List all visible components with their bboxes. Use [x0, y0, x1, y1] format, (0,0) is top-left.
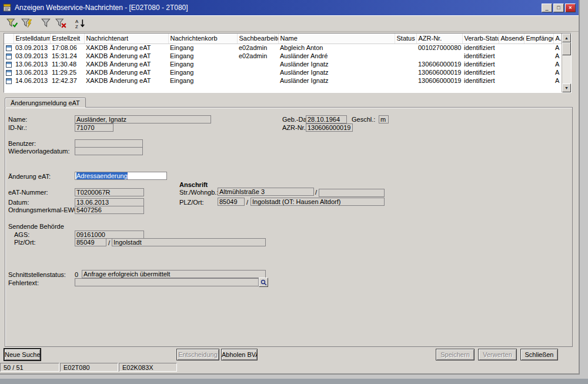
maximize-button[interactable]: □ — [553, 4, 564, 12]
scroll-down-icon[interactable]: ▼ — [562, 84, 571, 92]
table-cell — [395, 76, 416, 85]
beh-plz-field[interactable]: 85049 — [75, 238, 106, 246]
table-cell: A — [553, 44, 562, 52]
table-cell — [395, 68, 416, 76]
filter-check-icon[interactable] — [5, 17, 19, 30]
message-icon — [4, 60, 14, 68]
aenderung-eat-field[interactable]: Adressaenderung — [75, 172, 167, 180]
table-row[interactable]: 14.06.201312:42.37XAKDB Änderung eATEing… — [4, 76, 562, 85]
table-row[interactable]: 03.09.201317:08.06XAKDB Änderung eATEing… — [4, 44, 562, 52]
table-cell: identifiziert — [462, 44, 499, 52]
table-cell: 11:29.25 — [50, 68, 84, 76]
geschl-label: Geschl.: — [352, 116, 375, 123]
datum-field[interactable]: 13.06.2013 — [75, 198, 144, 206]
eat-nummer-label: eAT-Nummer: — [8, 189, 48, 196]
scroll-up-icon[interactable]: ▲ — [562, 34, 571, 42]
sort-az-icon[interactable]: A Z — [73, 17, 88, 30]
tab-aenderungsmeldung-eat[interactable]: Änderungsmeldung eAT — [5, 98, 86, 108]
table-cell — [499, 60, 524, 68]
statusbar-code2: E02K083X — [119, 363, 177, 372]
column-empfaenger[interactable]: Empfänger — [524, 34, 553, 44]
geb-dat-field[interactable]: 28.10.1964 — [306, 115, 347, 123]
strasse-zusatz-field[interactable] — [319, 189, 385, 197]
minimize-button[interactable]: _ — [542, 4, 552, 12]
table-cell: 130606000019 — [416, 76, 462, 85]
anschrift-label: Anschrift — [179, 181, 208, 188]
benutzer-field[interactable] — [75, 139, 143, 148]
table-cell — [395, 60, 416, 68]
table-header-row: Erstelldatum Erstellzeit Nachrichtenart … — [4, 34, 562, 44]
close-button[interactable]: × — [565, 4, 576, 12]
filter-icon[interactable] — [39, 17, 54, 30]
table-row[interactable]: 03.09.201315:31.24XAKDB Änderung eATEing… — [4, 52, 562, 60]
column-a[interactable]: A... — [553, 34, 562, 44]
column-absender[interactable]: Absender — [499, 34, 524, 44]
fehlertext-lookup-button[interactable] — [259, 278, 268, 287]
ags-label: AGS: — [14, 231, 29, 238]
table-cell — [237, 68, 278, 76]
beh-ort-field[interactable]: Ingolstadt — [112, 238, 266, 246]
table-cell: identifiziert — [462, 60, 499, 68]
table-cell: 14.06.2013 — [14, 76, 50, 85]
slash-separator: / — [315, 189, 317, 196]
fehlertext-field[interactable] — [75, 278, 259, 286]
table-cell: A — [553, 52, 562, 60]
column-erstelldatum[interactable]: Erstelldatum — [14, 34, 50, 44]
messages-table: Erstelldatum Erstellzeit Nachrichtenart … — [4, 34, 562, 85]
eat-nummer-field[interactable]: T0200067R — [75, 188, 144, 196]
table-cell: 03.09.2013 — [14, 52, 50, 60]
table-cell — [524, 68, 553, 76]
table-cell: Abgleich Anton — [278, 44, 395, 52]
column-azr-nr[interactable]: AZR-Nr. — [416, 34, 462, 44]
messages-grid: Erstelldatum Erstellzeit Nachrichtenart … — [4, 33, 572, 93]
schnittstellenstatus-label: Schnittstellenstatus: — [8, 271, 66, 278]
plz-field[interactable]: 85049 — [218, 198, 245, 206]
schliessen-button[interactable]: Schließen — [520, 349, 558, 360]
filter-remove-icon[interactable] — [54, 17, 68, 30]
aenderung-eat-label: Änderung eAT: — [8, 173, 51, 180]
table-cell: Ausländer André — [278, 52, 395, 60]
abholen-bva-button[interactable]: Abholen BVA — [221, 349, 258, 360]
slash-separator: / — [108, 239, 110, 246]
schnittstellenstatus-field[interactable]: Anfrage erfolgreich übermittelt — [82, 270, 266, 278]
column-nachrichtenkorb[interactable]: Nachrichtenkorb — [168, 34, 237, 44]
table-row[interactable]: 13.06.201311:29.25XAKDB Änderung eATEing… — [4, 68, 562, 76]
column-nachrichtenart[interactable]: Nachrichtenart — [84, 34, 168, 44]
strasse-field[interactable]: Altmühlstraße 3 — [218, 188, 314, 196]
wiedervorlagedatum-label: Wiedervorlagedatum: — [8, 148, 70, 155]
message-icon — [4, 76, 14, 85]
app-window: Anzeigen Webservice-Nachrichten - [E02T0… — [0, 0, 580, 375]
column-name[interactable]: Name — [278, 34, 395, 44]
toolbar: A Z — [0, 15, 579, 32]
column-status[interactable]: Status — [395, 34, 416, 44]
azr-nr-field[interactable]: 130606000019 — [306, 123, 353, 132]
filter-lightning-icon[interactable] — [19, 17, 34, 30]
window-icon — [3, 4, 11, 12]
table-row[interactable]: 13.06.201311:30.48XAKDB Änderung eATEing… — [4, 60, 562, 68]
window-title: Anzeigen Webservice-Nachrichten - [E02T0… — [15, 4, 188, 12]
ordnungsmerkmal-field[interactable]: 5407256 — [75, 206, 144, 214]
titlebar[interactable]: Anzeigen Webservice-Nachrichten - [E02T0… — [0, 0, 579, 15]
slash-separator: / — [246, 199, 248, 206]
ags-field[interactable]: 09161000 — [75, 231, 144, 239]
id-nr-field[interactable]: 71070 — [75, 123, 113, 132]
scrollbar-thumb[interactable] — [562, 42, 571, 55]
datum-label: Datum: — [8, 199, 29, 206]
name-field[interactable]: Ausländer, Ignatz — [75, 115, 211, 123]
column-verarb-status[interactable]: Verarb-Status — [462, 34, 499, 44]
grid-vertical-scrollbar[interactable]: ▲ ▼ — [562, 34, 571, 92]
column-icon — [4, 34, 14, 44]
column-sachbearbeiter[interactable]: Sachbearbeiter — [237, 34, 278, 44]
wiedervorlagedatum-field[interactable] — [75, 147, 143, 155]
neue-suche-button[interactable]: Neue Suche — [4, 349, 41, 360]
column-erstellzeit[interactable]: Erstellzeit — [50, 34, 84, 44]
geschl-field[interactable]: m — [379, 115, 389, 123]
table-cell: Ausländer Ignatz — [278, 60, 395, 68]
statusbar-code1: E02T080 — [60, 363, 118, 372]
table-cell: Eingang — [168, 52, 237, 60]
table-cell: 17:08.06 — [50, 44, 84, 52]
table-cell: 12:42.37 — [50, 76, 84, 85]
table-cell: Ausländer Ignatz — [278, 76, 395, 85]
ort-field[interactable]: Ingolstadt (OT: Hausen Altdorf) — [250, 198, 385, 206]
table-cell — [499, 76, 524, 85]
